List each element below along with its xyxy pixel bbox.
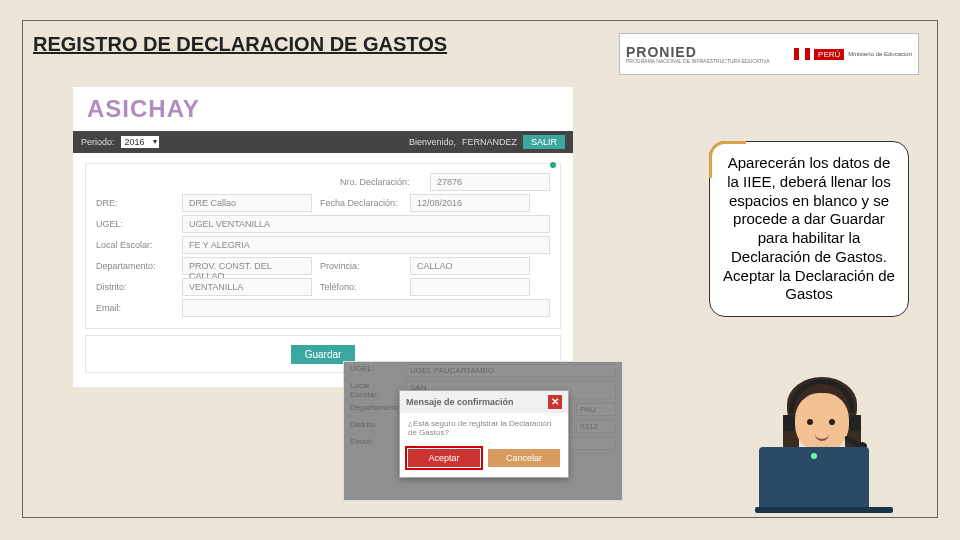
ugel-field[interactable]: UGEL VENTANILLA xyxy=(182,215,550,233)
prov-label: Provincia: xyxy=(320,261,402,271)
dialog-header: Mensaje de confirmación ✕ xyxy=(400,391,568,413)
dep-field[interactable]: PROV. CONST. DEL CALLAO xyxy=(182,257,312,275)
tel-field[interactable] xyxy=(410,278,530,296)
accept-button[interactable]: Aceptar xyxy=(408,449,480,467)
peru-badge: PERÚ xyxy=(814,49,844,60)
dialog-message: ¿Está seguro de registrar la Declaración… xyxy=(400,413,568,443)
pronied-logo: PRONIED PROGRAMA NACIONAL DE INFRAESTRUC… xyxy=(626,45,770,64)
status-dot-icon xyxy=(550,162,556,168)
pronied-subtext: PROGRAMA NACIONAL DE INFRAESTRUCTURA EDU… xyxy=(626,59,770,64)
exit-button[interactable]: SALIR xyxy=(523,135,565,149)
bienvenido-label: Bienvenido, xyxy=(409,137,456,147)
peru-flag-icon xyxy=(794,48,810,60)
dist-field[interactable]: VENTANILLA xyxy=(182,278,312,296)
confirm-dialog: Mensaje de confirmación ✕ ¿Está seguro d… xyxy=(399,390,569,478)
pronied-text: PRONIED xyxy=(626,45,770,59)
form-card: Nro. Declaración: 27876 DRE: DRE Callao … xyxy=(85,163,561,329)
nro-decl-field[interactable]: 27876 xyxy=(430,173,550,191)
local-label: Local Escolar: xyxy=(96,240,174,250)
local-field[interactable]: FE Y ALEGRIA xyxy=(182,236,550,254)
fecha-label: Fecha Declaración: xyxy=(320,198,402,208)
dialog-title: Mensaje de confirmación xyxy=(406,397,514,407)
app-screenshot-main: ASICHAY Periodo: 2016 Bienvenido, FERNAN… xyxy=(73,87,573,387)
periodo-label: Periodo: xyxy=(81,137,115,147)
header-logos: PRONIED PROGRAMA NACIONAL DE INFRAESTRUC… xyxy=(619,33,919,75)
ugel-label: UGEL: xyxy=(96,219,174,229)
cancel-button[interactable]: Cancelar xyxy=(488,449,560,467)
app-logo: ASICHAY xyxy=(73,87,573,131)
peru-block: PERÚ Ministerio de Educación xyxy=(794,48,912,60)
email-label: Email: xyxy=(96,303,174,313)
app-screenshot-dialog: UGEL:UGEL PAUCARTAMBO Local Escolar:SAN … xyxy=(343,361,623,501)
dist-label: Distrito: xyxy=(96,282,174,292)
nro-decl-label: Nro. Declaración: xyxy=(340,177,422,187)
instruction-callout: Aparecerán los datos de la IIEE, deberá … xyxy=(709,141,909,317)
app-topbar: Periodo: 2016 Bienvenido, FERNANDEZ SALI… xyxy=(73,131,573,153)
fecha-field[interactable]: 12/08/2016 xyxy=(410,194,530,212)
dep-label: Departamento: xyxy=(96,261,174,271)
close-icon[interactable]: ✕ xyxy=(548,395,562,409)
tel-label: Teléfono: xyxy=(320,282,402,292)
dre-field[interactable]: DRE Callao xyxy=(182,194,312,212)
periodo-select[interactable]: 2016 xyxy=(121,136,159,148)
page-title: REGISTRO DE DECLARACION DE GASTOS xyxy=(33,33,447,56)
email-field[interactable] xyxy=(182,299,550,317)
prov-field[interactable]: CALLAO xyxy=(410,257,530,275)
dre-label: DRE: xyxy=(96,198,174,208)
operator-illustration xyxy=(749,359,899,509)
user-name: FERNANDEZ xyxy=(462,137,517,147)
slide-frame: REGISTRO DE DECLARACION DE GASTOS PRONIE… xyxy=(22,20,938,518)
minedu-label: Ministerio de Educación xyxy=(848,51,912,57)
